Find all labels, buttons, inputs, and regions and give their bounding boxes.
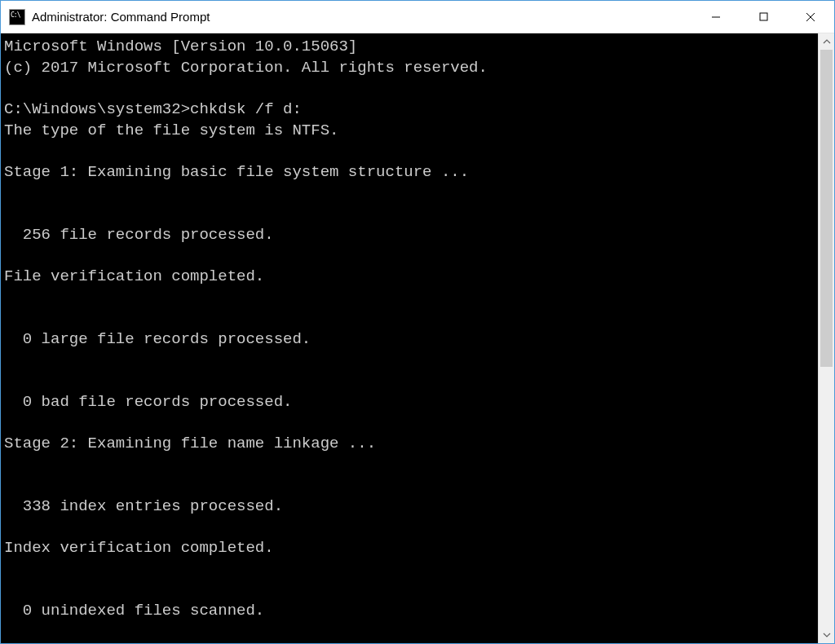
terminal-line bbox=[4, 204, 818, 225]
terminal-output[interactable]: Microsoft Windows [Version 10.0.15063](c… bbox=[1, 33, 818, 643]
terminal-line: The type of the file system is NTFS. bbox=[4, 121, 818, 142]
scroll-down-button[interactable] bbox=[819, 627, 834, 643]
minimize-button[interactable] bbox=[692, 1, 740, 33]
terminal-line bbox=[4, 413, 818, 434]
scrollbar-track[interactable] bbox=[819, 50, 834, 627]
maximize-icon bbox=[759, 12, 768, 21]
terminal-line bbox=[4, 518, 818, 539]
terminal-line bbox=[4, 580, 818, 602]
terminal-line bbox=[4, 371, 818, 392]
cmd-icon bbox=[9, 9, 25, 25]
terminal-line: C:\Windows\system32>chkdsk /f d: bbox=[4, 99, 818, 121]
terminal-line: Stage 1: Examining basic file system str… bbox=[4, 162, 818, 183]
minimize-icon bbox=[711, 12, 721, 22]
close-button[interactable] bbox=[787, 1, 834, 33]
window-title: Administrator: Command Prompt bbox=[32, 10, 210, 24]
terminal-line: Stage 2: Examining file name linkage ... bbox=[4, 434, 818, 455]
chevron-down-icon bbox=[823, 631, 831, 639]
terminal-line: 0 bad file records processed. bbox=[4, 392, 818, 413]
terminal-line bbox=[4, 245, 818, 267]
chevron-up-icon bbox=[823, 37, 831, 46]
maximize-button[interactable] bbox=[740, 1, 787, 33]
terminal-line: Index verification completed. bbox=[4, 538, 818, 559]
terminal-line bbox=[4, 455, 818, 476]
terminal-line bbox=[4, 559, 818, 580]
scrollbar-thumb[interactable] bbox=[820, 50, 833, 367]
terminal-line bbox=[4, 141, 818, 162]
terminal-line: 256 file records processed. bbox=[4, 225, 818, 246]
close-icon bbox=[806, 12, 815, 22]
terminal-line: File verification completed. bbox=[4, 267, 818, 288]
terminal-line bbox=[4, 475, 818, 496]
terminal-line bbox=[4, 308, 818, 329]
svg-rect-1 bbox=[760, 13, 767, 20]
client-area: Microsoft Windows [Version 10.0.15063](c… bbox=[1, 33, 834, 643]
terminal-line bbox=[4, 78, 818, 99]
command-prompt-window: Administrator: Command Prompt Microsoft … bbox=[0, 0, 835, 644]
terminal-line bbox=[4, 351, 818, 372]
terminal-line bbox=[4, 288, 818, 309]
vertical-scrollbar[interactable] bbox=[818, 33, 834, 643]
terminal-line bbox=[4, 183, 818, 204]
scroll-up-button[interactable] bbox=[819, 33, 834, 50]
terminal-line: 338 index entries processed. bbox=[4, 496, 818, 518]
terminal-line: 0 unindexed files scanned. bbox=[4, 601, 818, 622]
terminal-line: (c) 2017 Microsoft Corporation. All righ… bbox=[4, 58, 818, 79]
terminal-line: 0 large file records processed. bbox=[4, 329, 818, 351]
titlebar[interactable]: Administrator: Command Prompt bbox=[1, 1, 834, 33]
terminal-line: Microsoft Windows [Version 10.0.15063] bbox=[4, 37, 818, 58]
